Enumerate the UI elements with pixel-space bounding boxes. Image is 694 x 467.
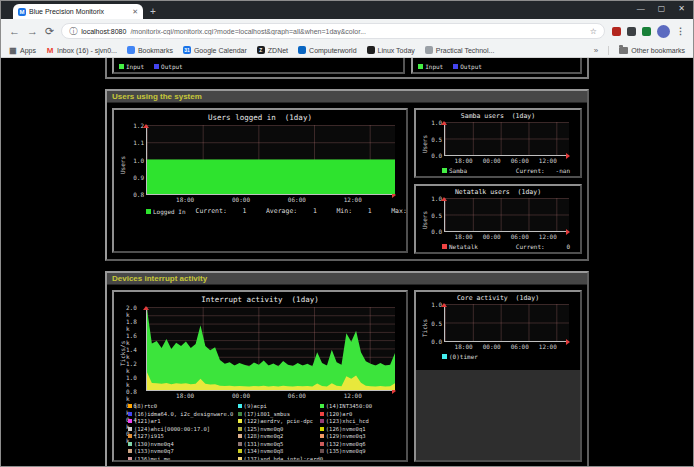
legend-swatch-icon [453,64,458,69]
window-close-button[interactable]: ✕ [678,4,685,14]
legend-swatch-icon [154,64,159,69]
window-controls: — ▢ ✕ [637,4,685,14]
extension-icon[interactable] [642,27,651,36]
bookmark-item[interactable]: Computerworld [298,46,356,54]
bookmark-item[interactable]: ZZDNet [257,46,288,54]
clipped-graph-panel[interactable]: InputOutput [112,58,405,74]
x-axis-tick-labels: 18:0000:0006:0012:00 [146,195,395,204]
legend-label: (8)rtc0 [134,403,157,409]
interrupt-activity-cell: Interrupt activity (1day) Ticks/s 2.0 k1… [112,290,408,462]
profile-avatar[interactable] [657,25,670,38]
chart-area [147,125,395,194]
legend-item: Output [453,63,482,70]
extensions-area: ⋮ [612,25,685,38]
tab-favicon: M [18,8,26,16]
legend-label: (122)aerdrv, pcie-dpc [244,418,314,424]
netatalk-users-cell: Netatalk users (1day) Users 1.00.50.0 18… [414,184,582,254]
new-tab-button[interactable]: + [150,7,156,17]
browser-window: M Blue Precision Monitorix ✕ + — ▢ ✕ ← →… [0,0,694,467]
tab-close-icon[interactable]: ✕ [132,8,138,16]
legend-item: Input [119,63,144,70]
legend-swatch-icon [238,442,242,446]
core-activity-graph[interactable]: Core activity (1day) Ticks 1.00.50.0 18:… [416,292,580,370]
window-maximize-button[interactable]: ▢ [658,4,666,14]
legend-label: (136)mei_me [134,456,170,462]
x-tick-label: 18:00 [455,233,473,240]
x-tick-label: 06:00 [288,392,306,399]
netatalk-users-graph[interactable]: Netatalk users (1day) Users 1.00.50.0 18… [416,186,580,252]
legend-label: (123)xhci_hcd [326,418,369,424]
address-bar[interactable]: ⓘ localhost:8080 /monitorix-cgi/monitori… [61,23,605,39]
bookmarks-overflow-chevron[interactable]: » [594,46,598,55]
bookmark-item[interactable]: 31Google Calendar [183,46,247,54]
bookmarks-bar: ▦AppsMInbox (16) - sjvn0...Bookmarks31Go… [1,43,693,58]
reload-button[interactable]: ⟳ [45,26,54,37]
x-tick-label: 18:00 [176,392,194,399]
extension-icon[interactable] [612,27,621,36]
y-tick-label: 0.9 [133,174,144,181]
y-axis-label: Users [118,125,126,204]
legend-item: Logged In [146,208,186,215]
folder-icon [619,47,628,54]
section-interrupts-title: Devices interrupt activity [107,273,587,285]
browser-tab[interactable]: M Blue Precision Monitorix ✕ [13,4,143,19]
extension-icon[interactable] [627,27,636,36]
bookmark-item[interactable]: ▦Apps [9,46,36,54]
y-tick-label: 2.0 k [126,304,144,318]
section-interrupts: Devices interrupt activity Interrupt act… [105,271,589,466]
page-info-icon[interactable]: ⓘ [69,26,77,37]
legend-label: (17)i801_smbus [244,411,290,417]
legend-swatch-icon [238,419,242,423]
core-activity-cell: Core activity (1day) Ticks 1.00.50.0 18:… [414,290,582,462]
clipped-graphs-strip: InputOutput InputOutput [105,58,589,79]
url-host: localhost:8080 [81,28,126,35]
bookmark-item[interactable]: Bookmarks [127,46,173,54]
bookmark-label: Inbox (16) - sjvn0... [57,47,117,54]
back-button[interactable]: ← [9,26,20,37]
bookmark-item[interactable]: Practical Technol... [425,46,495,54]
url-path: /monitorix-cgi/monitorix.cgi?mode=localh… [130,28,581,35]
legend-label: (0)timer [449,353,478,360]
legend-label: (131)nvme0q5 [244,441,284,447]
interrupt-plot-area [146,307,395,391]
legend-swatch-icon [320,434,324,438]
other-bookmarks-button[interactable]: Other bookmarks [619,47,685,54]
bookmarks-folder-icon [127,46,135,54]
forward-button[interactable]: → [27,26,38,37]
y-axis-tick-labels: 1.00.50.0 [428,301,444,345]
browser-menu-icon[interactable]: ⋮ [676,26,685,36]
legend-item: (128)nvme0q2 [238,433,320,439]
window-minimize-button[interactable]: — [637,4,645,14]
y-axis-tick-labels: 1.00.50.0 [428,119,444,159]
clipped-graph-panel[interactable]: InputOutput [411,58,582,74]
bookmark-item[interactable]: Linux Today [367,46,415,54]
legend-item: (127)i915 [128,433,238,439]
legend-swatch-icon [442,168,447,173]
samba-users-graph[interactable]: Samba users (1day) Users 1.00.50.0 18:00… [416,110,580,176]
bookmark-label: Practical Technol... [436,47,495,54]
legend-label: (135)nvme0q9 [326,448,366,454]
legend-label: (132)nvme0q6 [326,441,366,447]
interrupt-legend-grid: (8)rtc0(9)acpi(14)INT3450:00(16)idma64.0… [128,403,402,462]
computerworld-icon [298,46,306,54]
legend-label: (14)INT3450:00 [326,403,372,409]
y-tick-label: 1.8 k [126,318,144,332]
bookmark-item[interactable]: MInbox (16) - sjvn0... [46,46,117,54]
x-tick-label: 06:00 [288,196,306,203]
users-logged-in-graph[interactable]: Users logged in (1day) Users 1.21.11.00.… [114,110,406,251]
legend-label: Samba [449,167,467,174]
chart-area [445,304,569,341]
bookmark-star-icon[interactable]: ☆ [590,27,597,36]
x-tick-label: 12:00 [539,157,557,164]
x-tick-label: 18:00 [455,343,473,350]
chart-area [445,122,569,155]
legend-swatch-icon [442,354,447,359]
y-axis-label: Ticks [420,304,428,351]
y-tick-label: 0.5 [431,212,442,219]
samba-users-cell: Samba users (1day) Users 1.00.50.0 18:00… [414,108,582,178]
legend-item: (129)nvme0q3 [320,433,402,439]
users-plot-area [146,125,395,195]
legend-label: (128)nvme0q2 [244,433,284,439]
interrupt-activity-graph[interactable]: Interrupt activity (1day) Ticks/s 2.0 k1… [114,292,406,460]
y-axis-tick-labels: 2.0 k1.8 k1.6 k1.4 k1.2 k1.0 k0.8 k0.6 k… [126,304,146,386]
